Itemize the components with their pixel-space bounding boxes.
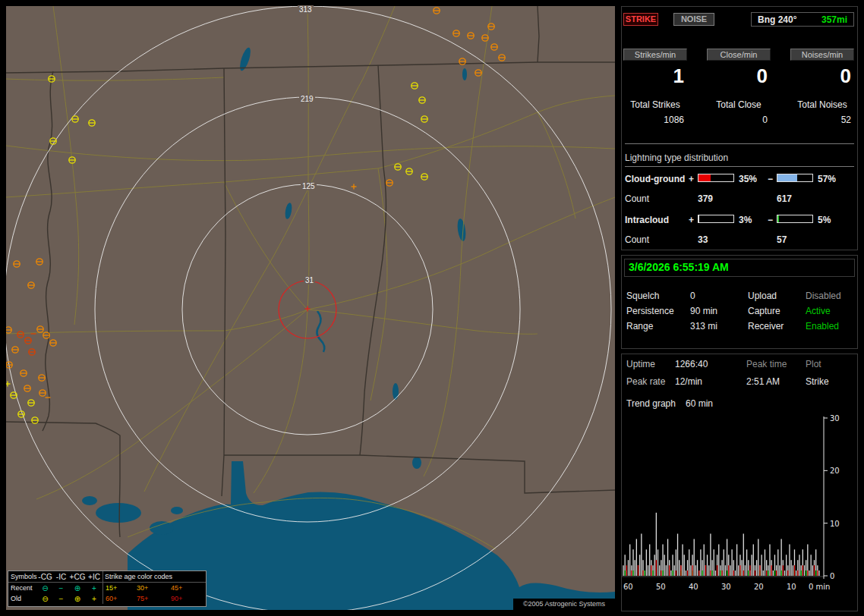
recent-cg-minus-icon: ⊖: [37, 584, 53, 592]
counters-section: STRIKE NOISE Bng 240° 357mi Strikes/min …: [621, 6, 858, 250]
divider: [625, 143, 854, 144]
cg-plus-bar-fill: [698, 174, 711, 181]
svg-text:40: 40: [689, 583, 698, 591]
capture-label: Capture: [748, 306, 780, 316]
ic-minus-bar: [777, 215, 813, 223]
strike-button[interactable]: STRIKE: [623, 13, 658, 26]
close-per-min-header[interactable]: Close/min: [707, 49, 771, 61]
ic-plus-count: 33: [698, 234, 708, 245]
ic-plus-sign: +: [689, 215, 694, 225]
strikes-per-min-value: 1: [623, 64, 687, 88]
cg-minus-bar-fill: [777, 174, 797, 181]
distribution-title: Lightning type distribution: [625, 152, 854, 167]
total-close-label: Total Close: [705, 99, 772, 110]
trend-graph-label: Trend graph: [626, 398, 676, 409]
bearing-label: Bng 240°: [758, 14, 796, 25]
squelch-label: Squelch: [626, 291, 659, 301]
legend-col-ic-plus: +IC: [86, 573, 102, 581]
total-strikes-value: 1086: [623, 115, 687, 125]
cg-minus-sign: −: [768, 174, 773, 184]
legend-age-header: Strike age color codes: [102, 571, 201, 582]
app-window: 313 219 125 31 Symbols -CG -IC +CG +IC S…: [0, 0, 864, 616]
ic-minus-sign: −: [768, 215, 773, 225]
persistence-label: Persistence: [626, 306, 674, 316]
cg-minus-count: 617: [777, 193, 792, 204]
cloud-ground-label: Cloud-ground: [625, 174, 685, 184]
total-noises-value: 52: [790, 115, 854, 125]
age-30: 30+: [137, 584, 171, 592]
ring-label-313: 313: [298, 5, 314, 14]
cg-plus-pct: 35%: [739, 174, 757, 184]
datetime-display: 3/6/2026 6:55:19 AM: [624, 259, 855, 277]
ic-plus-bar: [698, 215, 734, 223]
noise-button[interactable]: NOISE: [673, 13, 714, 26]
legend-col-cg-minus: -CG: [37, 573, 53, 581]
peak-time-value: 2:51 AM: [746, 376, 780, 387]
settings-section: 3/6/2026 6:55:19 AM Squelch 0 Upload Dis…: [621, 255, 858, 349]
peak-rate-value: 12/min: [675, 376, 702, 387]
bearing-display: Bng 240° 357mi: [751, 12, 854, 27]
svg-text:30: 30: [721, 583, 731, 591]
map-panel[interactable]: 313 219 125 31 Symbols -CG -IC +CG +IC S…: [6, 6, 615, 610]
plot-value: Strike: [806, 376, 829, 387]
svg-text:50: 50: [656, 583, 666, 591]
cg-plus-sign: +: [689, 174, 694, 184]
svg-text:20: 20: [830, 467, 840, 475]
trend-window-value: 60 min: [686, 398, 713, 409]
strikes-per-min-header[interactable]: Strikes/min: [623, 49, 687, 61]
upload-label: Upload: [748, 291, 777, 301]
range-label: Range: [626, 321, 653, 332]
ic-minus-bar-fill: [777, 215, 779, 222]
svg-text:10: 10: [830, 520, 840, 528]
svg-text:0 min: 0 min: [809, 583, 830, 591]
uptime-value: 1266:40: [675, 359, 708, 369]
total-close-value: 0: [707, 115, 771, 125]
ring-label-219: 219: [299, 95, 315, 103]
ic-count-label: Count: [625, 234, 649, 245]
age-45: 45+: [171, 584, 201, 592]
ring-label-31: 31: [304, 276, 315, 284]
noises-per-min-header[interactable]: Noises/min: [790, 49, 854, 61]
legend-symbols-header: Symbols: [8, 573, 37, 580]
old-ic-minus-icon: −: [53, 595, 69, 603]
svg-text:0: 0: [830, 572, 834, 580]
age-75: 75+: [137, 595, 171, 602]
intracloud-label: Intracloud: [625, 215, 669, 225]
ic-plus-pct: 3%: [739, 215, 752, 225]
receiver-label: Receiver: [748, 321, 784, 332]
recent-cg-plus-icon: ⊕: [69, 584, 86, 592]
old-cg-plus-icon: ⊕: [69, 595, 86, 603]
age-15: 15+: [102, 583, 137, 593]
legend-col-cg-plus: +CG: [69, 573, 86, 581]
capture-status: Active: [806, 306, 831, 316]
legend-col-ic-minus: -IC: [53, 573, 69, 581]
ring-label-125: 125: [301, 182, 317, 190]
recent-ic-plus-icon: +: [86, 584, 102, 592]
uptime-label: Uptime: [626, 359, 655, 369]
legend-recent-label: Recent: [8, 584, 37, 592]
ic-minus-pct: 5%: [818, 215, 831, 225]
upload-status: Disabled: [806, 291, 841, 301]
noises-per-min-value: 0: [790, 64, 854, 88]
bearing-distance: 357mi: [821, 14, 847, 25]
recent-ic-minus-icon: −: [53, 584, 69, 592]
range-value: 313 mi: [690, 321, 717, 332]
ic-plus-bar-fill: [698, 215, 699, 222]
cg-minus-bar: [777, 174, 813, 182]
cg-plus-count: 379: [698, 193, 713, 204]
plot-label: Plot: [806, 359, 821, 369]
persistence-value: 90 min: [690, 306, 717, 316]
strike-legend: Symbols -CG -IC +CG +IC Strike age color…: [8, 570, 207, 607]
peak-rate-label: Peak rate: [626, 376, 665, 387]
trend-section: Uptime 1266:40 Peak time Plot Peak rate …: [621, 354, 858, 611]
old-cg-minus-icon: ⊖: [37, 595, 53, 603]
svg-text:60: 60: [623, 583, 633, 591]
age-60: 60+: [102, 593, 137, 604]
legend-old-label: Old: [8, 595, 37, 602]
ic-minus-count: 57: [777, 234, 787, 245]
status-panel: STRIKE NOISE Bng 240° 357mi Strikes/min …: [621, 6, 858, 610]
svg-text:20: 20: [754, 583, 764, 591]
cg-plus-bar: [698, 174, 734, 182]
total-noises-label: Total Noises: [789, 99, 856, 110]
close-per-min-value: 0: [707, 64, 771, 88]
